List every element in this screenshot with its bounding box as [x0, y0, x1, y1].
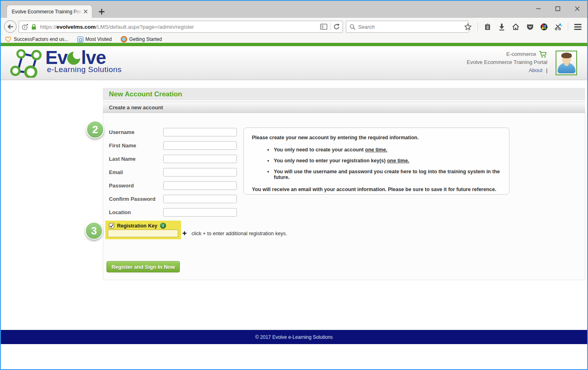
cart-icon[interactable]: [539, 51, 548, 58]
last-name-field[interactable]: [163, 155, 237, 163]
location-label: Location: [109, 209, 131, 215]
password-field[interactable]: [163, 181, 237, 190]
username-label: Username: [109, 129, 134, 135]
urlbar-divider: [330, 23, 330, 31]
bookmark-getting-started[interactable]: Getting Started: [121, 36, 162, 43]
registration-key-checkbox[interactable]: [109, 223, 114, 228]
info-outro: You will receive an email with your acco…: [252, 187, 501, 192]
url-protocol: https://: [40, 24, 57, 30]
about-divider: |: [546, 66, 548, 74]
close-icon[interactable]: [571, 2, 583, 15]
browser-tab[interactable]: Evolve Ecommerce Training Port: [6, 5, 92, 18]
bookmarks-menu-icon[interactable]: [480, 21, 494, 33]
back-button[interactable]: [4, 20, 17, 33]
add-key-hint: click + to enter additional registration…: [192, 231, 287, 236]
extension-screenshot-icon[interactable]: [551, 21, 565, 33]
underlined-text: one time.: [387, 158, 409, 164]
window-titlebar: Evolve Ecommerce Training Port: [1, 1, 587, 18]
bookmark-star-icon[interactable]: [461, 21, 475, 33]
tab-title: Evolve Ecommerce Training Port: [12, 9, 82, 15]
bookmark-successfactors[interactable]: SuccessFactors end us...: [5, 36, 68, 43]
reload-icon[interactable]: [333, 23, 340, 30]
info-bullet: You will use the username and password y…: [267, 169, 501, 180]
footer-copyright: © 2017 Evolve e-Learning Solutions: [255, 334, 333, 340]
bookmark-label: Most Visited: [85, 36, 112, 42]
pocket-icon[interactable]: [523, 21, 537, 33]
info-bullet: You only need to create your account one…: [267, 147, 501, 153]
new-tab-icon[interactable]: [97, 7, 106, 16]
about-link[interactable]: About: [529, 66, 543, 74]
bookmark-most-visited[interactable]: Most Visited: [77, 36, 112, 43]
url-path: /LMS/default.aspx?page=/admin/register: [96, 24, 194, 30]
logo-network-icon: [10, 49, 45, 78]
location-field[interactable]: [163, 208, 237, 217]
add-key-plus-button[interactable]: +: [182, 229, 187, 238]
toolbar-divider: [477, 23, 478, 31]
first-name-label: First Name: [109, 142, 136, 149]
password-label: Password: [109, 183, 134, 189]
browser-window: Evolve Ecommerce Training Port: [0, 0, 588, 370]
info-tooltip-icon[interactable]: i: [160, 223, 166, 229]
tab-title-wrap: Evolve Ecommerce Training Port: [12, 9, 82, 15]
logo-text-lve: lve: [81, 49, 106, 66]
firefox-icon: [121, 36, 127, 43]
register-button[interactable]: Register and Sign In Now: [107, 261, 180, 272]
header-links: E-commerce Evolve Ecommerce Training Por…: [467, 50, 548, 74]
window-controls: [532, 2, 583, 15]
section-title: Create a new account: [109, 104, 163, 111]
callout-step-2: 2: [86, 121, 104, 138]
page-title-bar: New Account Creation: [103, 88, 585, 100]
logo-text: Ev lve e-Learning Solutions: [45, 49, 121, 74]
confirm-password-label: Confirm Password: [109, 196, 156, 202]
confirm-password-field[interactable]: [163, 195, 237, 203]
heart-icon: [5, 36, 12, 43]
reader-mode-icon[interactable]: [320, 23, 328, 30]
logo-text-ev: Ev: [45, 49, 67, 66]
user-avatar[interactable]: [556, 51, 577, 75]
maximize-icon[interactable]: [552, 2, 564, 15]
info-identity-icon: [21, 23, 28, 30]
home-icon[interactable]: [509, 21, 523, 33]
last-name-label: Last Name: [109, 156, 136, 162]
registration-key-field[interactable]: [108, 230, 178, 237]
tab-close-icon[interactable]: [82, 9, 89, 15]
site-accent-bar: [1, 43, 587, 46]
search-icon: [349, 24, 356, 30]
toolbar-divider: [568, 23, 568, 31]
bookmark-label: SuccessFactors end us...: [14, 36, 68, 42]
search-input[interactable]: [358, 24, 465, 30]
search-box[interactable]: [346, 21, 469, 33]
bookmarks-toolbar: SuccessFactors end us... Most Visited Ge…: [1, 36, 587, 43]
first-name-field[interactable]: [163, 141, 237, 150]
toolbar-actions: [461, 20, 585, 33]
logo-subtitle: e-Learning Solutions: [47, 65, 121, 74]
registration-key-highlight: Registration Key i: [105, 221, 181, 239]
username-field[interactable]: [163, 128, 237, 136]
underlined-text: one time.: [365, 147, 388, 153]
page-title: New Account Creation: [109, 90, 182, 98]
site-header: Ev lve e-Learning Solutions E-commerce E…: [1, 46, 587, 80]
url-text[interactable]: https://evolvelms.com/LMS/default.aspx?p…: [40, 24, 194, 30]
downloads-icon[interactable]: [494, 21, 509, 33]
bookmark-label: Getting Started: [129, 36, 162, 42]
site-identity[interactable]: [21, 23, 37, 30]
minimize-icon[interactable]: [532, 2, 544, 15]
folder-search-icon: [77, 36, 83, 43]
email-label: Email: [109, 169, 123, 175]
navigation-toolbar: https://evolvelms.com/LMS/default.aspx?p…: [1, 18, 587, 36]
ecommerce-link[interactable]: E-commerce: [506, 50, 536, 58]
info-bullet: You only need to enter your registration…: [267, 158, 501, 164]
padlock-icon: [31, 23, 37, 30]
url-bar[interactable]: https://evolvelms.com/LMS/default.aspx?p…: [19, 21, 343, 33]
evolve-logo[interactable]: Ev lve e-Learning Solutions: [10, 49, 121, 78]
extension-colorpicker-icon[interactable]: [537, 21, 551, 33]
logo-o-swoosh-icon: [67, 49, 81, 66]
email-field[interactable]: [163, 168, 237, 176]
site-footer: © 2017 Evolve e-Learning Solutions: [1, 330, 587, 344]
portal-name: Evolve Ecommerce Training Portal: [467, 58, 548, 66]
account-info-box: Please create your new account by enteri…: [243, 128, 509, 195]
callout-step-3: 3: [85, 222, 103, 240]
url-domain: evolvelms.com: [57, 24, 96, 30]
menu-hamburger-icon[interactable]: [571, 21, 585, 33]
section-header-bar: Create a new account: [103, 102, 585, 113]
